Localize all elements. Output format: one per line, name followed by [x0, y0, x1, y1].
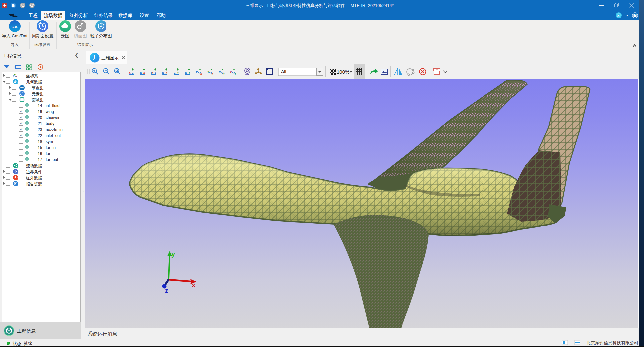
svg-text:z: z: [163, 71, 164, 74]
svg-text:All: All: [281, 69, 286, 74]
svg-text:Y: Y: [207, 70, 209, 74]
svg-text:x: x: [192, 281, 195, 289]
svg-text:100%: 100%: [337, 69, 349, 75]
svg-text:z: z: [132, 71, 133, 74]
svg-text:x: x: [200, 72, 202, 75]
svg-text:x: x: [230, 70, 232, 74]
svg-text:x: x: [166, 71, 167, 74]
svg-text:z: z: [155, 71, 156, 74]
svg-text:Y: Y: [223, 72, 225, 75]
svg-text:cas: cas: [11, 24, 18, 29]
svg-text:Y: Y: [188, 71, 190, 74]
svg-text:x: x: [212, 72, 213, 75]
svg-text:x: x: [143, 71, 145, 74]
svg-text:z: z: [140, 71, 142, 74]
svg-text:z: z: [165, 287, 168, 294]
svg-text:z: z: [219, 70, 220, 74]
svg-text:x: x: [129, 71, 131, 74]
svg-text:z: z: [196, 70, 197, 74]
svg-text:z: z: [174, 71, 175, 74]
svg-text:x: x: [152, 71, 153, 74]
svg-text:Y: Y: [177, 71, 179, 74]
svg-text:z: z: [185, 71, 187, 74]
svg-text:Y: Y: [234, 72, 236, 75]
svg-text:Y: Y: [15, 73, 16, 75]
svg-text:y: y: [171, 250, 175, 258]
